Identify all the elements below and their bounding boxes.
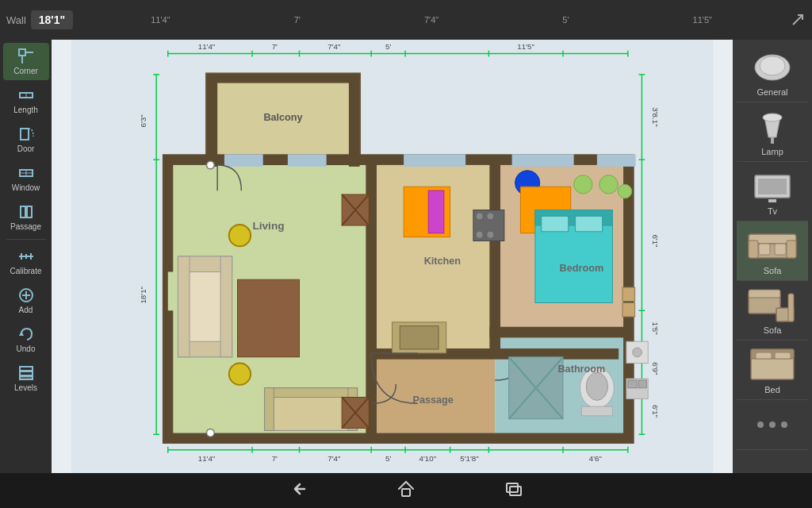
tool-length[interactable]: Length bbox=[3, 82, 49, 119]
svg-text:Living: Living bbox=[252, 220, 284, 232]
svg-rect-122 bbox=[400, 326, 439, 349]
svg-point-135 bbox=[599, 175, 618, 194]
svg-rect-81 bbox=[489, 160, 500, 353]
furniture-bed[interactable]: Bed bbox=[737, 341, 808, 400]
corner-label: Corner bbox=[13, 67, 38, 75]
svg-text:5': 5' bbox=[385, 42, 391, 51]
svg-rect-10 bbox=[27, 206, 32, 217]
wall-value: 18'1" bbox=[31, 10, 73, 29]
home-button[interactable] bbox=[392, 475, 420, 507]
more-icon bbox=[745, 405, 800, 444]
svg-rect-101 bbox=[220, 256, 232, 357]
undo-label: Undo bbox=[17, 344, 36, 353]
svg-point-175 bbox=[781, 421, 787, 428]
svg-rect-178 bbox=[510, 487, 521, 495]
svg-text:5': 5' bbox=[385, 454, 391, 463]
svg-rect-132 bbox=[622, 287, 635, 302]
svg-rect-93 bbox=[168, 272, 179, 311]
furniture-general[interactable]: General bbox=[737, 43, 808, 102]
svg-text:7': 7' bbox=[272, 42, 278, 51]
svg-rect-147 bbox=[628, 380, 638, 388]
floor-plan-canvas[interactable]: 11'4" 7' 7'4" 5' 11'5" 11'4" 7' 7'4" 5' … bbox=[52, 40, 733, 473]
general-icon bbox=[745, 48, 800, 87]
svg-point-106 bbox=[229, 225, 251, 246]
bed-label: Bed bbox=[764, 385, 780, 394]
svg-marker-18 bbox=[19, 331, 24, 336]
svg-text:7'4": 7'4" bbox=[327, 454, 341, 463]
svg-rect-91 bbox=[512, 154, 574, 167]
svg-rect-163 bbox=[759, 244, 770, 255]
svg-text:6'1": 6'1" bbox=[651, 405, 660, 418]
furniture-sofa2[interactable]: Sofa bbox=[737, 281, 808, 341]
svg-point-120 bbox=[487, 232, 493, 238]
svg-rect-148 bbox=[639, 380, 647, 388]
door-label: Door bbox=[17, 144, 35, 153]
svg-rect-19 bbox=[20, 367, 33, 371]
general-label: General bbox=[756, 87, 787, 97]
svg-rect-88 bbox=[224, 154, 263, 167]
svg-rect-176 bbox=[402, 489, 410, 496]
tool-corner[interactable]: Corner bbox=[3, 43, 49, 80]
sofa1-label: Sofa bbox=[764, 266, 782, 275]
add-icon bbox=[17, 287, 35, 304]
levels-icon bbox=[17, 364, 35, 382]
svg-rect-83 bbox=[489, 327, 629, 338]
svg-rect-124 bbox=[428, 190, 444, 233]
window-icon bbox=[17, 164, 35, 182]
svg-text:5'1'8": 5'1'8" bbox=[460, 454, 479, 463]
recent-button[interactable] bbox=[500, 475, 528, 507]
dim-4: 5' bbox=[562, 15, 569, 25]
furniture-more[interactable] bbox=[737, 400, 808, 450]
svg-rect-108 bbox=[238, 279, 300, 357]
length-icon bbox=[17, 87, 35, 104]
svg-rect-171 bbox=[756, 352, 772, 359]
floor-plan-svg: 11'4" 7' 7'4" 5' 11'5" 11'4" 7' 7'4" 5' … bbox=[52, 40, 733, 473]
svg-rect-164 bbox=[775, 244, 786, 255]
svg-rect-103 bbox=[265, 388, 358, 398]
svg-text:Bedroom: Bedroom bbox=[560, 263, 604, 274]
door-icon bbox=[17, 125, 35, 143]
passage-label: Passage bbox=[10, 222, 41, 231]
svg-point-118 bbox=[487, 213, 493, 219]
svg-rect-104 bbox=[265, 388, 274, 431]
tv-label: Tv bbox=[768, 206, 777, 216]
levels-label: Levels bbox=[14, 383, 37, 392]
furniture-tv[interactable]: Tv bbox=[737, 162, 808, 221]
svg-point-174 bbox=[769, 421, 776, 428]
svg-rect-131 bbox=[576, 216, 603, 232]
lamp-icon bbox=[745, 107, 800, 147]
tool-undo[interactable]: Undo bbox=[3, 321, 49, 358]
svg-rect-84 bbox=[207, 74, 218, 167]
svg-rect-100 bbox=[178, 256, 190, 357]
back-button[interactable] bbox=[284, 475, 312, 507]
tool-passage[interactable]: Passage bbox=[3, 198, 49, 236]
svg-rect-21 bbox=[20, 376, 33, 379]
right-panel: General Lamp Tv bbox=[733, 40, 812, 473]
tool-window[interactable]: Window bbox=[3, 160, 49, 197]
svg-rect-166 bbox=[749, 290, 780, 298]
svg-text:3'8.1": 3'8.1" bbox=[651, 107, 660, 127]
tool-calibrate[interactable]: Calibrate bbox=[3, 243, 49, 280]
svg-rect-157 bbox=[758, 179, 787, 194]
svg-rect-140 bbox=[581, 406, 612, 416]
svg-point-136 bbox=[618, 184, 632, 198]
bottom-nav bbox=[0, 473, 812, 508]
window-label: Window bbox=[12, 183, 40, 192]
furniture-sofa1[interactable]: Sofa bbox=[737, 221, 808, 281]
svg-rect-86 bbox=[207, 74, 360, 83]
dim-1: 11'4" bbox=[151, 15, 170, 25]
svg-text:Passage: Passage bbox=[412, 394, 453, 406]
furniture-lamp[interactable]: Lamp bbox=[737, 102, 808, 162]
svg-rect-20 bbox=[20, 371, 33, 375]
dim-2: 7' bbox=[294, 15, 301, 25]
svg-rect-92 bbox=[597, 154, 636, 167]
svg-rect-5 bbox=[21, 129, 29, 140]
sofa2-label: Sofa bbox=[764, 325, 782, 335]
toolbar-separator bbox=[6, 239, 46, 240]
tool-door[interactable]: Door bbox=[3, 121, 49, 158]
svg-point-139 bbox=[586, 372, 607, 400]
dim-3: 7'4" bbox=[424, 15, 439, 25]
svg-point-155 bbox=[763, 114, 782, 121]
tool-levels[interactable]: Levels bbox=[3, 360, 49, 397]
tool-add[interactable]: Add bbox=[3, 282, 49, 319]
